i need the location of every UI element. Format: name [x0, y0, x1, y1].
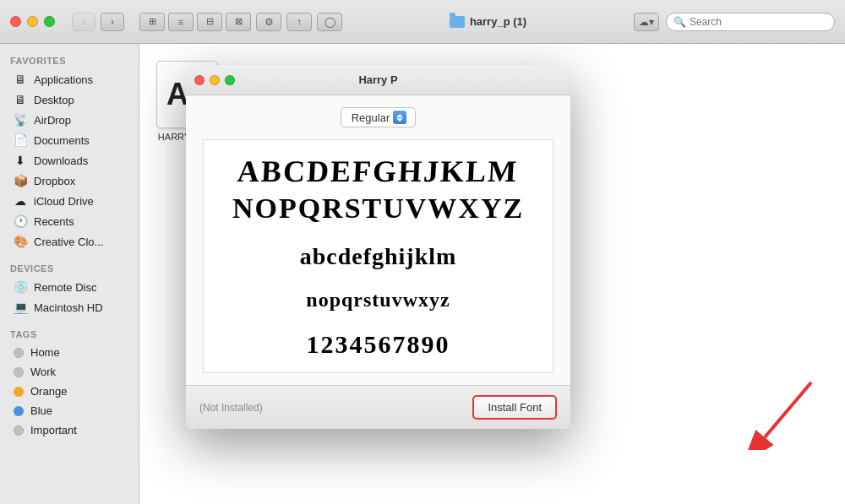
sidebar-item-label: iCloud Drive — [34, 195, 94, 208]
dropbox-button[interactable]: ☁▾ — [634, 13, 659, 31]
sidebar-item-label: Documents — [34, 134, 90, 147]
font-preview-area: ABCDEFGHJKLM NOPQRSTUVWXYZ abcdefghijklm… — [203, 139, 553, 373]
search-bar[interactable]: 🔍 — [666, 13, 835, 31]
dialog-body: Regular ABCDEFGHJKLM NOPQRSTUVWXYZ — [186, 95, 570, 385]
maximize-button[interactable] — [44, 16, 55, 27]
share-button[interactable]: ↑ — [286, 13, 312, 31]
close-button[interactable] — [10, 16, 21, 27]
lowercase-line1: abcdefghijklm — [217, 243, 539, 270]
sidebar-item-label: Dropbox — [34, 175, 75, 187]
arrow-down-icon — [396, 118, 403, 122]
gear-button[interactable]: ⚙ — [256, 13, 281, 31]
style-label: Regular — [352, 111, 390, 124]
not-installed-status: (Not Installed) — [199, 402, 263, 414]
icloud-icon: ☁ — [14, 194, 27, 208]
sidebar-item-airdrop[interactable]: 📡 AirDrop — [3, 110, 135, 130]
sidebar-item-desktop[interactable]: 🖥 Desktop — [3, 89, 135, 110]
dialog-maximize-button[interactable] — [225, 75, 235, 85]
dialog-window-controls — [194, 75, 235, 85]
sidebar-item-label: AirDrop — [34, 114, 71, 127]
title-bar: ‹ › ⊞ ≡ ⊟ ⊠ ⚙ ↑ ◯ harry_p (1) ☁▾ 🔍 — [0, 0, 845, 44]
sidebar-item-label: Downloads — [34, 154, 88, 167]
toolbar-right: ☁▾ 🔍 — [634, 13, 835, 31]
minimize-button[interactable] — [27, 16, 38, 27]
sidebar-item-label: Desktop — [34, 94, 74, 106]
sidebar-item-creative-cloud[interactable]: 🎨 Creative Clo... — [3, 231, 135, 252]
tag-button[interactable]: ◯ — [317, 13, 342, 31]
sidebar: Favorites 🖥 Applications 🖥 Desktop 📡 Air… — [0, 44, 139, 504]
airdrop-icon: 📡 — [14, 113, 27, 127]
font-preview-dialog: Harry P Regular ABCDEFGHJKLM — [186, 65, 570, 429]
remote-disc-icon: 💿 — [14, 280, 27, 294]
search-icon: 🔍 — [673, 16, 686, 28]
favorites-header: Favorites — [0, 44, 139, 69]
style-selector: Regular — [203, 107, 553, 127]
sidebar-item-label: Applications — [34, 73, 93, 86]
column-view-button[interactable]: ⊟ — [197, 13, 222, 31]
sidebar-item-tag-orange[interactable]: Orange — [3, 382, 135, 401]
window-controls — [10, 16, 55, 27]
lowercase-line2: nopqrstuvwxyz — [217, 289, 539, 312]
icon-view-button[interactable]: ⊞ — [139, 13, 165, 31]
coverflow-view-button[interactable]: ⊠ — [226, 13, 251, 31]
sidebar-item-remote-disc[interactable]: 💿 Remote Disc — [3, 277, 135, 297]
devices-header: Devices — [0, 252, 139, 277]
window-title-area: harry_p (1) — [342, 15, 634, 28]
sidebar-item-icloud[interactable]: ☁ iCloud Drive — [3, 191, 135, 211]
dropbox-icon: 📦 — [14, 174, 27, 187]
file-area: Ag HARRYP_.TT Harry P Regular — [139, 44, 845, 504]
sidebar-item-label: Remote Disc — [34, 281, 96, 294]
sidebar-item-documents[interactable]: 📄 Documents — [3, 130, 135, 150]
macintosh-hd-icon: 💻 — [14, 301, 27, 314]
search-input[interactable] — [690, 16, 827, 28]
style-dropdown[interactable]: Regular — [341, 107, 417, 127]
toolbar-left: ‹ › ⊞ ≡ ⊟ ⊠ ⚙ ↑ ◯ — [72, 13, 342, 31]
documents-icon: 📄 — [14, 133, 27, 147]
sidebar-item-dropbox[interactable]: 📦 Dropbox — [3, 171, 135, 191]
dialog-footer: (Not Installed) Install Font — [186, 385, 570, 429]
folder-icon — [450, 16, 465, 28]
install-font-button[interactable]: Install Font — [472, 395, 557, 420]
sidebar-item-label: Important — [30, 424, 77, 436]
tags-header: Tags — [0, 317, 139, 343]
tag-orange-dot — [14, 387, 24, 397]
sidebar-item-tag-work[interactable]: Work — [3, 362, 135, 382]
sidebar-item-tag-important[interactable]: Important — [3, 420, 135, 440]
main-area: Favorites 🖥 Applications 🖥 Desktop 📡 Air… — [0, 44, 845, 504]
dialog-minimize-button[interactable] — [210, 75, 220, 85]
back-button[interactable]: ‹ — [72, 13, 95, 31]
dropdown-arrow-icon — [393, 111, 406, 124]
red-arrow-annotation — [718, 374, 820, 453]
sidebar-item-label: Home — [30, 346, 60, 359]
dialog-title-bar: Harry P — [186, 65, 570, 95]
sidebar-item-recents[interactable]: 🕐 Recents — [3, 211, 135, 231]
numbers-line: 1234567890 — [217, 330, 539, 359]
view-buttons: ⊞ ≡ ⊟ ⊠ — [139, 13, 251, 31]
list-view-button[interactable]: ≡ — [168, 13, 194, 31]
sidebar-item-label: Macintosh HD — [34, 301, 103, 314]
tag-work-dot — [14, 367, 24, 377]
sidebar-item-label: Work — [30, 366, 56, 378]
svg-line-1 — [765, 382, 811, 437]
tag-home-dot — [14, 348, 24, 358]
dialog-title: Harry P — [358, 73, 397, 86]
forward-button[interactable]: › — [101, 13, 124, 31]
window-title: harry_p (1) — [470, 15, 526, 28]
recents-icon: 🕐 — [14, 214, 27, 228]
desktop-icon: 🖥 — [14, 93, 27, 106]
dialog-close-button[interactable] — [194, 75, 204, 85]
sidebar-item-tag-home[interactable]: Home — [3, 343, 135, 362]
downloads-icon: ⬇ — [14, 154, 27, 167]
sidebar-item-applications[interactable]: 🖥 Applications — [3, 69, 135, 89]
applications-icon: 🖥 — [14, 73, 27, 86]
sidebar-item-macintosh-hd[interactable]: 💻 Macintosh HD — [3, 297, 135, 317]
sidebar-item-label: Blue — [30, 404, 52, 417]
uppercase-line2: NOPQRSTUVWXYZ — [217, 192, 539, 225]
tag-blue-dot — [14, 406, 24, 416]
sidebar-item-label: Recents — [34, 215, 74, 228]
sidebar-item-tag-blue[interactable]: Blue — [3, 401, 135, 420]
sidebar-item-downloads[interactable]: ⬇ Downloads — [3, 150, 135, 171]
creative-cloud-icon: 🎨 — [14, 235, 27, 248]
arrow-up-icon — [396, 114, 403, 117]
tag-important-dot — [14, 425, 24, 436]
